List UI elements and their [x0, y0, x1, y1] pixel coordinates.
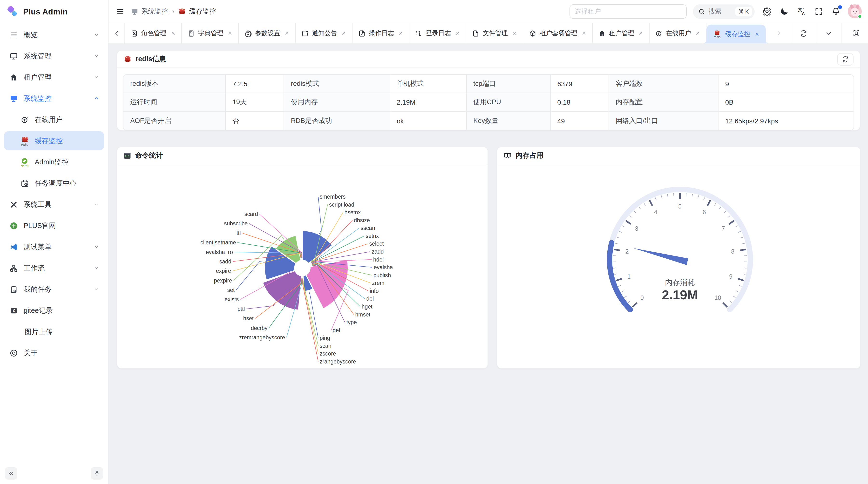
info-label: 使用内存	[284, 93, 390, 112]
svg-text:hget: hget	[362, 303, 373, 310]
schedule-icon	[20, 179, 29, 187]
user-avatar[interactable]	[848, 4, 862, 18]
sidebar-item-admin-monitor[interactable]: springAdmin监控	[4, 152, 104, 172]
chevron-up-icon	[94, 95, 99, 101]
sidebar-item-system-management[interactable]: 系统管理	[4, 46, 104, 66]
svg-text:get: get	[333, 327, 340, 333]
pin-sidebar-button[interactable]	[91, 467, 103, 480]
svg-text:A: A	[802, 11, 805, 16]
tab-options-button[interactable]	[816, 23, 841, 43]
sidebar-item-task-scheduler[interactable]: 任务调度中心	[4, 173, 104, 193]
tab-tenant-management[interactable]: 租户管理	[593, 23, 650, 43]
redis-info-table: redis版本7.2.5redis模式单机模式tcp端口6379客户端数9运行时…	[123, 74, 854, 131]
info-label: 内存配置	[609, 93, 718, 112]
tab-dict-management[interactable]: 字典管理	[182, 23, 239, 43]
plus-circle-icon	[9, 222, 18, 230]
command-stats-card: C:\ 命令统计 smembersscript|loadhsetnxdbsize…	[117, 147, 488, 369]
translate-icon[interactable]: 文A	[797, 7, 806, 16]
svg-text:sadd: sadd	[219, 258, 231, 265]
file-icon	[472, 30, 479, 37]
sidebar-footer	[5, 467, 103, 480]
close-icon[interactable]	[284, 31, 289, 36]
sidebar-item-gitee-records[interactable]: ¥gitee记录	[4, 301, 104, 320]
monitor-icon	[131, 7, 138, 15]
fullscreen-icon[interactable]	[814, 7, 823, 16]
global-search-button[interactable]: 搜索 ⌘ K	[693, 4, 755, 19]
online-user-icon	[20, 116, 29, 124]
tabs-scroll-left-button[interactable]	[108, 23, 125, 43]
tabs-scroll-right-button[interactable]	[766, 23, 791, 43]
sidebar-item-about[interactable]: 关于	[4, 343, 104, 362]
tab-login-log[interactable]: 登录日志	[409, 23, 466, 43]
tab-tenant-package[interactable]: 租户套餐管理	[523, 23, 593, 43]
close-icon[interactable]	[341, 31, 346, 36]
sidebar-item-cache-monitor[interactable]: redis缓存监控	[4, 131, 104, 151]
sidebar-item-system-monitor[interactable]: 系统监控	[4, 89, 104, 108]
info-label: redis模式	[284, 75, 390, 93]
login-log-icon	[415, 30, 423, 37]
sidebar-item-tenant-management[interactable]: 租户管理	[4, 67, 104, 87]
sidebar-item-online-users[interactable]: 在线用户	[4, 110, 104, 129]
app-logo[interactable]: Plus Admin	[0, 0, 108, 18]
svg-text:scan: scan	[320, 343, 332, 349]
breadcrumb-cache-monitor[interactable]: 缓存监控	[178, 7, 216, 16]
content-fullscreen-button[interactable]	[841, 23, 868, 43]
close-icon[interactable]	[227, 31, 232, 36]
tab-role-management[interactable]: 角色管理	[125, 23, 182, 43]
svg-text:10: 10	[714, 294, 721, 301]
workflow-icon	[9, 264, 18, 272]
sidebar-item-overview[interactable]: 概览	[4, 25, 104, 44]
breadcrumb-system-monitor[interactable]: 系统监控	[131, 7, 168, 16]
dark-mode-icon[interactable]	[780, 7, 789, 16]
close-icon[interactable]	[398, 31, 403, 36]
svg-text:select: select	[369, 240, 384, 247]
collapse-sidebar-button[interactable]	[5, 467, 18, 480]
close-icon[interactable]	[755, 32, 760, 36]
refresh-redis-info-button[interactable]	[837, 53, 854, 65]
close-icon[interactable]	[639, 31, 643, 36]
search-shortcut-badge: ⌘ K	[735, 6, 752, 16]
sidebar-item-image-upload[interactable]: 图片上传	[4, 322, 104, 341]
svg-text:setnx: setnx	[366, 233, 379, 239]
svg-text:info: info	[370, 288, 378, 294]
tab-file-management[interactable]: 文件管理	[466, 23, 523, 43]
close-icon[interactable]	[171, 31, 176, 36]
svg-text:7: 7	[722, 225, 725, 232]
close-icon[interactable]	[695, 31, 700, 36]
package-icon	[529, 30, 536, 37]
svg-text:2.19M: 2.19M	[662, 288, 698, 302]
tab-cache-monitor[interactable]: redis缓存监控	[707, 25, 766, 43]
sidebar-item-my-tasks[interactable]: 我的任务	[4, 280, 104, 299]
svg-text:client|setname: client|setname	[200, 239, 236, 246]
memory-usage-title: 内存占用	[516, 151, 544, 160]
svg-text:type: type	[346, 319, 356, 325]
menu-toggle-button[interactable]	[116, 7, 124, 16]
chevron-down-icon	[94, 201, 99, 207]
tab-operation-log[interactable]: 操作日志	[352, 23, 409, 43]
close-icon[interactable]	[512, 31, 517, 36]
tab-notice[interactable]: 通知公告	[296, 23, 352, 43]
sidebar-item-workflow[interactable]: 工作流	[4, 258, 104, 278]
close-icon[interactable]	[455, 31, 460, 36]
tenant-select-input[interactable]	[569, 4, 687, 19]
sidebar-item-system-tools[interactable]: 系统工具	[4, 195, 104, 214]
settings-icon[interactable]	[763, 7, 772, 16]
online-status-dot	[858, 14, 862, 19]
info-label: 使用CPU	[467, 93, 551, 112]
svg-text:8: 8	[731, 248, 735, 255]
app-root: Plus Admin 概览系统管理租户管理系统监控在线用户redis缓存监控sp…	[0, 0, 868, 484]
refresh-page-button[interactable]	[791, 23, 816, 43]
sidebar-item-plus-website[interactable]: PLUS官网	[4, 216, 104, 235]
notifications-icon[interactable]	[831, 7, 840, 16]
sidebar-item-test-menu[interactable]: 测试菜单	[4, 237, 104, 256]
tab-bar-actions	[766, 23, 868, 43]
tab-bar: 角色管理字典管理参数设置通知公告操作日志登录日志文件管理租户套餐管理租户管理在线…	[108, 23, 868, 43]
tab-online-users[interactable]: 在线用户	[650, 23, 707, 43]
svg-text:5: 5	[678, 203, 682, 210]
svg-text:decrby: decrby	[251, 325, 268, 331]
app-title: Plus Admin	[23, 7, 67, 16]
tab-param-settings[interactable]: 参数设置	[239, 23, 296, 43]
memory-usage-gauge: 012345678910内存消耗2.19M	[497, 164, 860, 368]
close-icon[interactable]	[582, 31, 586, 36]
dict-icon	[188, 30, 195, 37]
